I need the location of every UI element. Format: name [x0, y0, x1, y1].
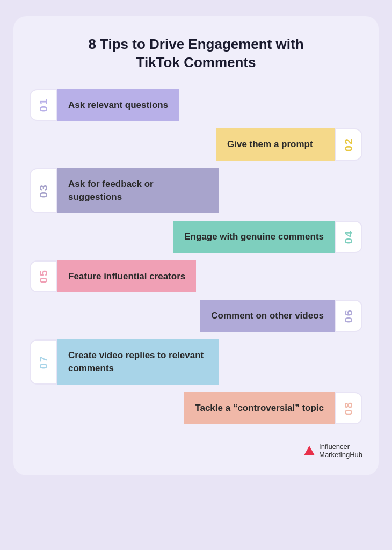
- tip-text-4: Engage with genuine comments: [173, 221, 335, 253]
- tip-block-8: Tackle a “controversial” topic08: [184, 392, 362, 424]
- logo-text: Influencer MarketingHub: [319, 443, 362, 459]
- tip-text-6: Comment on other videos: [200, 300, 335, 332]
- tip-row-1: 01Ask relevant questions: [30, 89, 362, 121]
- tip-row-7: 07Create video replies to relevant comme…: [30, 339, 362, 385]
- tip-block-2: Give them a prompt02: [216, 128, 362, 161]
- tip-number-3: 03: [30, 168, 57, 213]
- logo-area: Influencer MarketingHub: [30, 443, 362, 459]
- tip-block-6: Comment on other videos06: [200, 300, 362, 332]
- tip-block-3: 03Ask for feedback or suggestions: [30, 168, 219, 213]
- main-card: 8 Tips to Drive Engagement with TikTok C…: [13, 16, 379, 475]
- tip-number-7: 07: [30, 339, 57, 385]
- tip-text-5: Feature influential creators: [57, 260, 196, 293]
- tip-number-8: 08: [335, 392, 362, 424]
- tip-text-2: Give them a prompt: [216, 128, 335, 161]
- tip-block-4: Engage with genuine comments04: [173, 221, 362, 253]
- tip-block-1: 01Ask relevant questions: [30, 89, 179, 121]
- tip-text-3: Ask for feedback or suggestions: [57, 168, 219, 213]
- tip-row-4: Engage with genuine comments04: [30, 221, 362, 253]
- tip-number-1: 01: [30, 89, 57, 121]
- tip-number-5: 05: [30, 260, 57, 293]
- logo-diamond-icon: [304, 446, 315, 455]
- tip-text-1: Ask relevant questions: [57, 89, 179, 121]
- tip-row-8: Tackle a “controversial” topic08: [30, 392, 362, 424]
- tip-number-4: 04: [335, 221, 362, 253]
- tip-block-7: 07Create video replies to relevant comme…: [30, 339, 219, 385]
- tip-number-6: 06: [335, 300, 362, 332]
- tip-row-3: 03Ask for feedback or suggestions: [30, 168, 362, 213]
- page-title: 8 Tips to Drive Engagement with TikTok C…: [30, 35, 362, 72]
- tip-row-5: 05Feature influential creators: [30, 260, 362, 293]
- tip-block-5: 05Feature influential creators: [30, 260, 196, 293]
- tip-text-8: Tackle a “controversial” topic: [184, 392, 335, 424]
- tip-text-7: Create video replies to relevant comment…: [57, 339, 219, 385]
- tip-number-2: 02: [335, 128, 362, 161]
- tip-row-2: Give them a prompt02: [30, 128, 362, 161]
- tips-list: 01Ask relevant questionsGive them a prom…: [30, 89, 362, 432]
- tip-row-6: Comment on other videos06: [30, 300, 362, 332]
